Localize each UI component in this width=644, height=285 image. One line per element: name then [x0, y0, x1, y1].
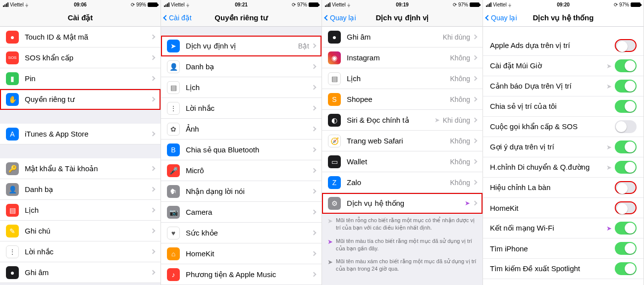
refresh-icon: ⟳	[131, 2, 135, 7]
toggle-wifi-net[interactable]	[615, 222, 637, 235]
chevron-right-icon	[312, 210, 317, 215]
chevron-right-icon	[151, 249, 156, 254]
row-homekit: HomeKit	[483, 198, 644, 218]
row-microphone[interactable]: 🎤Micrô	[161, 160, 322, 181]
reminders-icon: ⋮	[167, 102, 180, 115]
row-calendar[interactable]: ▤Lịch	[0, 200, 161, 221]
location-arrow-icon: ➤	[434, 116, 440, 124]
toggle-find-iphone[interactable]	[615, 242, 637, 255]
toggle-timezone[interactable]	[615, 59, 637, 72]
row-label: HomeKit	[186, 249, 312, 258]
row-instagram[interactable]: ◉InstagramKhông	[322, 48, 483, 68]
row-siri[interactable]: ◐Siri & Đọc chính tả➤Khi dùng	[322, 110, 483, 131]
row-voicememos[interactable]: ●Ghi âm	[0, 262, 161, 283]
row-health[interactable]: ♥Sức khỏe	[161, 223, 322, 243]
row-label: Sức khỏe	[186, 229, 312, 238]
toggle-spotlight-sug[interactable]	[615, 262, 637, 275]
chevron-right-icon	[151, 208, 156, 213]
row-passwords[interactable]: 🔑Mật khẩu & Tài khoản	[0, 158, 161, 179]
nav-bar: Quay lại Dịch vụ định vị	[322, 9, 483, 27]
location-arrow-icon: ➤	[606, 83, 612, 90]
row-notes[interactable]: ✎Ghi chú	[0, 221, 161, 241]
row-photos[interactable]: ✿Ảnh	[161, 119, 322, 140]
row-bluetooth[interactable]: BChia sẻ qua Bluetooth	[161, 140, 322, 160]
signal-icon	[486, 2, 491, 7]
row-touchid[interactable]: ●Touch ID & Mật mã	[0, 27, 161, 48]
siri-icon: ◐	[328, 114, 341, 127]
chevron-right-icon	[151, 76, 156, 81]
row-contacts[interactable]: 👤Danh bạ	[161, 56, 322, 77]
row-homekit[interactable]: ⌂HomeKit	[161, 243, 322, 264]
toggle-loc-suggest[interactable]	[615, 141, 637, 153]
panel-settings: Viettel ⏚ 09:06 ⟳ 99% Cài đặt ●Touch ID …	[0, 0, 161, 285]
row-voicememos[interactable]: ●Ghi âmKhi dùng	[322, 27, 483, 48]
chevron-right-icon	[151, 187, 156, 192]
row-wallet[interactable]: ▭WalletKhông	[322, 151, 483, 172]
toggle-knob	[625, 81, 636, 92]
row-location[interactable]: ➤Dịch vụ định vịBật	[161, 36, 322, 56]
row-contacts[interactable]: 👤Danh bạ	[0, 179, 161, 200]
toggle-apple-ads[interactable]	[615, 39, 637, 52]
battery-pct: 97%	[297, 2, 307, 7]
toggle-share-loc[interactable]	[615, 100, 637, 113]
row-calendar[interactable]: ▤Lịch	[161, 77, 322, 98]
nav-back[interactable]: Quay lại	[486, 14, 517, 22]
contacts-icon: 👤	[6, 183, 19, 196]
chevron-right-icon	[312, 85, 317, 90]
location-arrow-icon: ➤	[465, 199, 470, 207]
row-value: Không	[450, 95, 470, 103]
row-calendar[interactable]: ▤LịchKhông	[322, 68, 483, 89]
status-bar: Viettel ⏚ 09:21 ⟳ 97%	[161, 0, 322, 9]
nav-bar: Quay lại Dịch vụ hệ thống	[483, 9, 644, 27]
row-zalo[interactable]: ZZaloKhông	[322, 172, 483, 193]
row-speech[interactable]: 🗣Nhận dạng lời nói	[161, 181, 322, 202]
location-arrow-icon: ➤	[606, 164, 612, 171]
row-battery[interactable]: ▮Pin	[0, 68, 161, 89]
chevron-right-icon	[312, 189, 317, 194]
chevron-right-icon	[312, 168, 317, 173]
media-icon: ♪	[167, 268, 180, 281]
nav-back[interactable]: Cài đặt	[164, 14, 192, 22]
health-icon: ♥	[167, 227, 180, 239]
row-label: Ghi âm	[347, 33, 443, 41]
row-spotlight-sug: Tìm kiếm Đề xuất Spotlight	[483, 259, 644, 279]
toggle-emergency[interactable]	[615, 120, 637, 133]
row-appstore[interactable]: AiTunes & App Store	[0, 124, 161, 144]
notes-icon: ✎	[6, 225, 19, 238]
row-camera[interactable]: 📷Camera	[161, 202, 322, 223]
row-label: Lịch	[186, 83, 312, 92]
status-time: 09:19	[396, 2, 409, 7]
row-shopee[interactable]: SShopeeKhông	[322, 89, 483, 110]
status-bar: Viettel ⏚ 09:06 ⟳ 99%	[0, 0, 161, 9]
row-label: Gợi ý dựa trên vị trí	[490, 142, 606, 151]
row-sos[interactable]: SOSSOS khẩn cấp	[0, 48, 161, 68]
row-media[interactable]: ♪Phương tiện & Apple Music	[161, 264, 322, 285]
row-label: Lời nhắc	[186, 104, 312, 113]
toggle-loc-alerts[interactable]	[615, 80, 637, 93]
toggle-compass-cal[interactable]	[615, 181, 637, 194]
row-reminders[interactable]: ⋮Lời nhắc	[161, 98, 322, 119]
toggle-knob	[625, 162, 636, 173]
speech-icon: 🗣	[167, 185, 180, 198]
chevron-right-icon	[312, 64, 317, 69]
row-safari[interactable]: 🧭Trang web SafariKhông	[322, 131, 483, 151]
sos-icon: SOS	[6, 51, 19, 64]
row-privacy[interactable]: ✋Quyền riêng tư	[0, 89, 161, 110]
nav-back[interactable]: Quay lại	[325, 14, 356, 22]
toggle-homekit[interactable]	[615, 201, 637, 214]
note-text: Mũi tên rỗng cho biết rằng một mục có th…	[336, 217, 477, 232]
row-reminders[interactable]: ⋮Lời nhắc	[0, 241, 161, 262]
row-label: Pin	[25, 74, 151, 83]
panel-system-services: Viettel ⏚ 09:20 ⟳ 97% Quay lại Dịch vụ h…	[483, 0, 644, 285]
toggle-motion-cal[interactable]	[615, 161, 637, 174]
toggle-knob	[625, 243, 636, 254]
nav-back-label: Quay lại	[491, 14, 517, 22]
row-label: Phương tiện & Apple Music	[186, 270, 312, 279]
row-loc-alerts: Cảnh báo Dựa trên Vị trí➤	[483, 76, 644, 96]
zalo-icon: Z	[328, 176, 341, 189]
chevron-right-icon	[473, 35, 478, 40]
row-label: Nhận dạng lời nói	[186, 187, 312, 196]
row-label: Mật khẩu & Tài khoản	[25, 164, 151, 173]
row-system[interactable]: ⚙Dịch vụ hệ thống➤	[322, 193, 483, 214]
voicememos-icon: ●	[6, 266, 19, 279]
